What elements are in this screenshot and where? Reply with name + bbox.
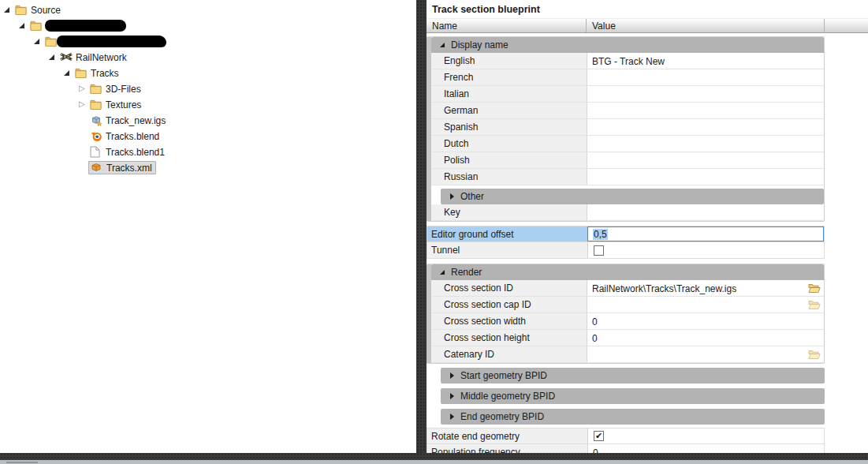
property-label: Cross section width bbox=[431, 313, 587, 329]
folder-icon bbox=[75, 67, 89, 78]
property-label: German bbox=[431, 103, 587, 118]
tree-item-3d-files[interactable]: ▷ 3D-Files bbox=[0, 80, 416, 96]
property-label: French bbox=[431, 69, 587, 85]
property-row-cross-section-cap-id[interactable]: Cross section cap ID bbox=[431, 297, 824, 313]
editor-text-selected[interactable]: 0,5 bbox=[593, 229, 608, 240]
group-label: Display name bbox=[451, 39, 509, 51]
chevron-collapsed-icon[interactable] bbox=[450, 372, 454, 379]
window-chrome-bar bbox=[0, 453, 868, 460]
property-row[interactable]: Cross section width 0 bbox=[431, 313, 824, 330]
blueprint-editor-window: Source RailNetwork bbox=[0, 0, 868, 464]
open-folder-icon[interactable] bbox=[808, 283, 821, 294]
tree-item-tracks-blend[interactable]: Tracks.blend bbox=[0, 128, 416, 144]
property-value-cell[interactable] bbox=[587, 69, 824, 85]
property-row[interactable]: French bbox=[431, 69, 824, 86]
subgroup-middle-geometry-bpid[interactable]: Middle geometry BPID bbox=[441, 388, 825, 404]
group-header[interactable]: Render bbox=[431, 264, 824, 280]
column-header-value[interactable]: Value bbox=[587, 19, 825, 32]
tree-item-label: Textures bbox=[106, 99, 141, 110]
property-row-tunnel[interactable]: Tunnel bbox=[427, 242, 825, 259]
chevron-collapsed-icon[interactable] bbox=[450, 413, 454, 420]
expander-collapsed-icon[interactable]: ▷ bbox=[77, 84, 90, 92]
property-row[interactable]: German bbox=[431, 103, 824, 119]
property-value-cell[interactable] bbox=[587, 204, 824, 220]
property-row-editor-ground-offset[interactable]: Editor ground offset 0,5 bbox=[427, 226, 825, 242]
tree-item-railnetwork[interactable]: RailNetwork bbox=[0, 49, 416, 65]
page-title: Track section blueprint bbox=[427, 0, 868, 18]
property-label: Catenary ID bbox=[431, 346, 587, 362]
property-row[interactable]: Key bbox=[431, 204, 824, 221]
expander-expanded-icon[interactable] bbox=[62, 70, 75, 76]
value-editor[interactable]: 0,5 bbox=[587, 226, 824, 241]
panel-splitter[interactable] bbox=[416, 0, 427, 460]
property-value-cell[interactable] bbox=[587, 103, 824, 118]
property-row-cross-section-id[interactable]: Cross section ID RailNetwork\Tracks\Trac… bbox=[431, 280, 824, 297]
property-value-cell[interactable]: 0 bbox=[587, 330, 824, 346]
folder-icon bbox=[90, 83, 104, 94]
checkbox-checked[interactable]: ✔ bbox=[594, 431, 604, 441]
property-value: RailNetwork\Tracks\Track_new.igs bbox=[592, 283, 736, 294]
open-folder-icon[interactable] bbox=[808, 350, 821, 360]
property-row[interactable]: Polish bbox=[431, 152, 824, 169]
property-value-cell[interactable]: ✔ bbox=[587, 428, 824, 443]
file-icon bbox=[90, 146, 104, 158]
tree-item-tracks-folder[interactable]: Tracks bbox=[0, 65, 416, 80]
selected-item-highlight[interactable]: Tracks.xml bbox=[88, 161, 156, 174]
expander-expanded-icon[interactable] bbox=[47, 54, 60, 60]
subgroup-end-geometry-bpid[interactable]: End geometry BPID bbox=[441, 409, 825, 425]
property-value-cell[interactable] bbox=[587, 136, 824, 152]
tree-item-tracks-xml[interactable]: Tracks.xml bbox=[0, 159, 416, 175]
property-row-catenary-id[interactable]: Catenary ID bbox=[431, 346, 824, 363]
expander-expanded-icon[interactable] bbox=[17, 23, 30, 28]
column-header-name[interactable]: Name bbox=[427, 19, 587, 32]
property-row[interactable]: Russian bbox=[431, 169, 824, 185]
property-value-cell[interactable] bbox=[587, 346, 824, 362]
group-label: Render bbox=[451, 267, 482, 278]
subgroup-label: Start geometry BPID bbox=[460, 370, 547, 381]
tree-item-redacted-2[interactable] bbox=[0, 33, 416, 49]
property-value-cell[interactable]: RailNetwork\Tracks\Track_new.igs bbox=[587, 280, 824, 296]
property-row-rotate-end-geometry[interactable]: Rotate end geometry ✔ bbox=[427, 428, 825, 444]
model-icon bbox=[90, 114, 104, 126]
property-row[interactable]: Spanish bbox=[431, 119, 824, 136]
property-row[interactable]: Cross section height 0 bbox=[431, 330, 824, 346]
chevron-collapsed-icon[interactable] bbox=[450, 393, 454, 399]
property-value-cell[interactable] bbox=[587, 297, 824, 312]
expander-expanded-icon[interactable] bbox=[32, 39, 45, 44]
expander-expanded-icon[interactable] bbox=[2, 7, 15, 13]
subgroup-label: End geometry BPID bbox=[460, 411, 544, 422]
property-value-cell[interactable] bbox=[587, 86, 824, 102]
subgroup-start-geometry-bpid[interactable]: Start geometry BPID bbox=[441, 368, 825, 384]
tree-item-tracks-blend1[interactable]: Tracks.blend1 bbox=[0, 144, 416, 159]
tree-item-source[interactable]: Source bbox=[0, 2, 416, 17]
chevron-collapsed-icon[interactable] bbox=[450, 193, 454, 200]
chevron-expanded-icon[interactable] bbox=[440, 43, 445, 47]
tree-item-textures[interactable]: ▷ Textures bbox=[0, 96, 416, 112]
tree-item-label: Tracks.blend bbox=[106, 130, 159, 142]
expander-collapsed-icon[interactable]: ▷ bbox=[77, 100, 90, 108]
property-value-cell[interactable]: 0 bbox=[587, 313, 824, 329]
group-render: Render Cross section ID RailNetwork\Trac… bbox=[427, 264, 825, 364]
property-value-cell[interactable] bbox=[587, 152, 824, 168]
tree-item-label: Tracks.xml bbox=[106, 162, 152, 174]
tree-item-track-new-igs[interactable]: Track_new.igs bbox=[0, 112, 416, 128]
tree-item-redacted-1[interactable] bbox=[0, 17, 416, 33]
open-folder-icon[interactable] bbox=[808, 300, 821, 310]
chevron-expanded-icon[interactable] bbox=[440, 270, 445, 275]
tree-item-label: 3D-Files bbox=[106, 83, 141, 95]
subgroup-other[interactable]: Other bbox=[441, 189, 824, 204]
property-row[interactable]: English BTG - Track New bbox=[431, 53, 824, 69]
property-row[interactable]: Dutch bbox=[431, 136, 824, 152]
property-grid-body: Display name English BTG - Track New Fre… bbox=[427, 36, 825, 454]
column-header: Name Value bbox=[427, 18, 868, 33]
property-label: Key bbox=[431, 204, 587, 220]
redaction-blob bbox=[57, 36, 166, 47]
property-grid-panel: Track section blueprint Name Value Displ… bbox=[427, 0, 868, 454]
property-row[interactable]: Italian bbox=[431, 86, 824, 103]
group-header[interactable]: Display name bbox=[431, 37, 824, 53]
property-value-cell[interactable] bbox=[587, 119, 824, 135]
property-value-cell[interactable]: BTG - Track New bbox=[587, 53, 824, 69]
checkbox-unchecked[interactable] bbox=[594, 245, 604, 256]
property-value-cell[interactable] bbox=[587, 242, 824, 258]
property-value-cell[interactable] bbox=[587, 169, 824, 185]
